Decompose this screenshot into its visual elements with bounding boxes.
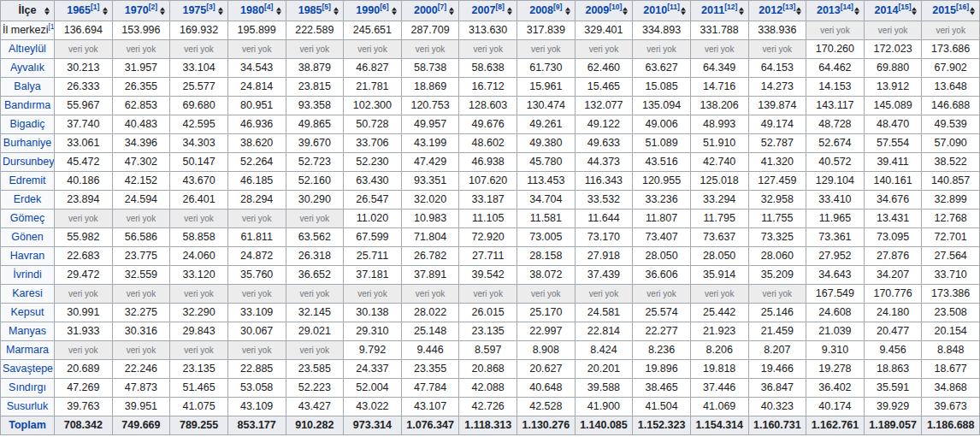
sort-icon[interactable] [565,7,570,15]
sort-icon[interactable] [854,7,859,15]
district-link[interactable]: Sındırgı [9,381,46,393]
column-header-1980[interactable]: 1980[4] [227,1,286,21]
reference-link[interactable]: [13] [782,3,795,11]
total-label[interactable]: Toplam [9,419,46,431]
column-header-2013[interactable]: 2013[14] [806,1,865,21]
population-cell: 33.187 [459,191,517,210]
column-header-2010[interactable]: 2010[11] [633,1,691,21]
sort-icon[interactable] [739,7,744,15]
sort-icon[interactable] [912,7,917,15]
year-link[interactable]: 1985 [298,4,322,16]
year-link[interactable]: 2007 [472,4,496,16]
reference-link[interactable]: [10] [609,3,622,11]
year-link[interactable]: 2014 [875,4,899,16]
reference-link[interactable]: [2] [149,3,157,11]
district-link[interactable]: Bigadiç [10,118,45,130]
year-link[interactable]: 2000 [414,4,438,16]
district-link[interactable]: Kepsut [11,306,44,318]
year-link[interactable]: 1990 [356,4,380,16]
sort-icon[interactable] [507,7,512,15]
reference-link[interactable]: [15] [898,3,911,11]
population-cell: 23.585 [286,360,344,379]
sort-icon[interactable] [449,7,454,15]
reference-link[interactable]: [9] [553,3,562,11]
population-cell: 20.201 [575,360,633,379]
reference-link[interactable]: [4] [264,3,273,11]
district-link[interactable]: Savaştepe [3,363,53,375]
column-header-1975[interactable]: 1975[3] [170,1,228,21]
column-header-2009[interactable]: 2009[10] [575,1,633,21]
district-link[interactable]: Erdek [14,193,42,205]
sort-icon[interactable] [334,7,339,15]
column-header-2014[interactable]: 2014[15] [864,1,922,21]
sort-up-arrow-icon [160,7,165,10]
district-link[interactable]: İvrindi [13,269,41,281]
district-link[interactable]: Susurluk [7,400,49,412]
column-header-2015[interactable]: 2015[16] [922,1,980,21]
column-header-1990[interactable]: 1990[6] [344,1,402,21]
column-header-2008[interactable]: 2008[9] [517,1,576,21]
sort-icon[interactable] [218,7,223,15]
sort-down-arrow-icon [449,11,454,15]
column-header-district[interactable]: İlçe [1,1,55,21]
sort-icon[interactable] [392,7,397,15]
year-link[interactable]: 1980 [240,4,264,16]
district-link[interactable]: Ayvalık [10,62,44,74]
year-link[interactable]: 1965 [67,4,91,16]
year-link[interactable]: 2012 [759,4,782,16]
district-link[interactable]: Altıeylül [9,43,46,55]
year-link[interactable]: 2013 [817,4,841,16]
sort-icon[interactable] [970,7,975,15]
district-link[interactable]: Marmara [6,344,49,356]
sort-icon[interactable] [160,7,165,15]
year-link[interactable]: 1970 [125,4,149,16]
sort-icon[interactable] [103,7,108,15]
population-cell: 26.318 [286,247,344,266]
reference-link[interactable]: [8] [495,3,504,11]
year-link[interactable]: 2010 [643,4,667,16]
population-cell: 329.401 [575,21,633,40]
sort-up-arrow-icon [392,7,397,10]
year-link[interactable]: 2008 [529,4,553,16]
district-link[interactable]: Gönen [11,231,44,243]
district-link[interactable]: Havran [10,250,44,262]
year-link[interactable]: 2009 [585,4,609,16]
district-link[interactable]: Burhaniye [3,137,51,149]
sort-icon[interactable] [681,7,686,15]
no-data-cell: veri yok [459,40,517,59]
district-link[interactable]: Gömeç [10,212,44,224]
column-header-2007[interactable]: 2007[8] [459,1,517,21]
sort-icon[interactable] [796,7,801,15]
column-header-1965[interactable]: 1965[1] [55,1,113,21]
reference-link[interactable]: [5] [322,3,331,11]
sort-icon[interactable] [623,7,628,15]
column-header-2011[interactable]: 2011[12] [690,1,748,21]
reference-link[interactable]: [11] [667,3,680,11]
district-link[interactable]: Karesi [12,287,42,299]
column-header-1970[interactable]: 1970[2] [112,1,170,21]
year-link[interactable]: 2011 [701,4,724,16]
reference-link[interactable]: [3] [206,3,215,11]
reference-link[interactable]: [14] [841,3,853,11]
reference-link[interactable]: [6] [380,3,388,11]
population-cell: 63.430 [344,172,402,191]
reference-link[interactable]: [1] [91,3,99,11]
reference-link[interactable]: [16] [956,3,969,11]
year-link[interactable]: 1975 [182,4,206,16]
column-header-2000[interactable]: 2000[7] [401,1,459,21]
year-link[interactable]: 2015 [932,4,956,16]
reference-link[interactable]: [7] [438,3,446,11]
district-link[interactable]: Bandırma [4,99,50,111]
column-header-1985[interactable]: 1985[5] [286,1,344,21]
reference-link[interactable]: [1] [48,22,54,31]
district-link[interactable]: Edremit [9,174,45,186]
population-cell: 39.411 [864,153,922,172]
reference-link[interactable]: [12] [724,3,737,11]
district-link[interactable]: Manyas [9,325,46,337]
district-link[interactable]: Dursunbey [3,156,54,168]
population-cell: 64.349 [690,59,748,78]
column-header-2012[interactable]: 2012[13] [748,1,806,21]
sort-icon[interactable] [44,7,50,15]
sort-icon[interactable] [276,7,281,15]
district-link[interactable]: Balya [14,80,40,92]
